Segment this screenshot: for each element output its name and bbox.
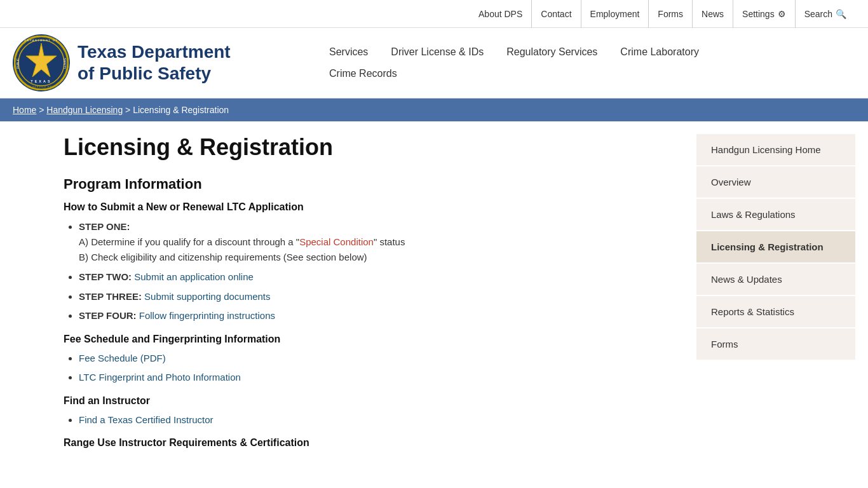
submit-application-link[interactable]: Submit an application online bbox=[134, 271, 254, 282]
list-item: STEP FOUR: Follow fingerprinting instruc… bbox=[79, 309, 671, 323]
nav-row-1: Services Driver License & IDs Regulatory… bbox=[318, 41, 710, 63]
list-item: STEP TWO: Submit an application online bbox=[79, 270, 671, 285]
sidebar-link-licensing[interactable]: Licensing & Registration bbox=[711, 241, 824, 252]
steps-list: STEP ONE: A) Determine if you qualify fo… bbox=[64, 219, 671, 323]
step-one-label: STEP ONE: bbox=[79, 221, 130, 232]
ltc-fingerprint-link[interactable]: LTC Fingerprint and Photo Information bbox=[79, 372, 241, 383]
list-item: LTC Fingerprint and Photo Information bbox=[79, 370, 671, 385]
sidebar-link-handgun-home[interactable]: Handgun Licensing Home bbox=[711, 144, 821, 155]
svg-text:SAFETY: SAFETY bbox=[63, 58, 66, 69]
breadcrumb-sep-2: > bbox=[125, 105, 133, 115]
svg-text:DEPARTMENT OF: DEPARTMENT OF bbox=[24, 39, 58, 42]
sidebar-item-overview[interactable]: Overview bbox=[696, 166, 855, 198]
org-name: Texas Department of Public Safety bbox=[78, 41, 231, 84]
sidebar-item-licensing[interactable]: Licensing & Registration bbox=[696, 231, 855, 262]
search-label: Search bbox=[804, 0, 832, 28]
svg-text:TEXAS: TEXAS bbox=[31, 79, 51, 83]
breadcrumb-sep-1: > bbox=[39, 105, 46, 115]
dps-seal-icon: TEXAS DEPARTMENT OF PUBLIC SAFETY COURTE… bbox=[14, 36, 69, 90]
main-content: Licensing & Registration Program Informa… bbox=[0, 121, 868, 468]
logo-area[interactable]: TEXAS DEPARTMENT OF PUBLIC SAFETY COURTE… bbox=[13, 34, 318, 92]
submit-documents-link[interactable]: Submit supporting documents bbox=[144, 291, 270, 302]
fee-schedule-link[interactable]: Fee Schedule (PDF) bbox=[79, 353, 166, 363]
special-condition-link[interactable]: Special Condition bbox=[299, 236, 374, 247]
sidebar-link-reports[interactable]: Reports & Statistics bbox=[711, 306, 794, 317]
sidebar-link-laws[interactable]: Laws & Regulations bbox=[711, 209, 796, 220]
nav-crime-laboratory[interactable]: Crime Laboratory bbox=[609, 41, 710, 63]
breadcrumb: Home > Handgun Licensing > Licensing & R… bbox=[0, 98, 868, 121]
sidebar-item-reports[interactable]: Reports & Statistics bbox=[696, 296, 855, 327]
list-item: STEP ONE: A) Determine if you qualify fo… bbox=[79, 219, 671, 265]
sidebar-link-news[interactable]: News & Updates bbox=[711, 274, 782, 285]
subsection3-heading: Find an Instructor bbox=[64, 395, 671, 407]
step-one-text: STEP ONE: A) Determine if you qualify fo… bbox=[79, 219, 671, 265]
about-dps-link[interactable]: About DPS bbox=[470, 0, 532, 28]
contact-link[interactable]: Contact bbox=[532, 0, 581, 28]
top-bar: About DPS Contact Employment Forms News … bbox=[0, 0, 868, 28]
page-title: Licensing & Registration bbox=[64, 134, 671, 161]
list-item: STEP THREE: Submit supporting documents bbox=[79, 290, 671, 304]
subsection2-heading: Fee Schedule and Fingerprinting Informat… bbox=[64, 334, 671, 345]
sidebar-link-forms[interactable]: Forms bbox=[711, 339, 738, 349]
instructor-list: Find a Texas Certified Instructor bbox=[64, 413, 671, 428]
gear-icon: ⚙ bbox=[778, 0, 786, 28]
section1-heading: Program Information bbox=[64, 176, 671, 193]
nav-services[interactable]: Services bbox=[318, 41, 379, 63]
svg-text:PUBLIC: PUBLIC bbox=[17, 58, 20, 69]
nav-driver-license[interactable]: Driver License & IDs bbox=[379, 41, 495, 63]
list-item: Fee Schedule (PDF) bbox=[79, 351, 671, 366]
svg-text:COURTESY SERVICE PROTECTION: COURTESY SERVICE PROTECTION bbox=[14, 86, 69, 88]
news-top-link[interactable]: News bbox=[693, 0, 733, 28]
breadcrumb-handgun[interactable]: Handgun Licensing bbox=[46, 105, 123, 115]
nav-row-2: Crime Records bbox=[318, 63, 710, 85]
nav-regulatory-services[interactable]: Regulatory Services bbox=[495, 41, 609, 63]
settings-label: Settings bbox=[742, 0, 775, 28]
breadcrumb-home[interactable]: Home bbox=[13, 105, 36, 115]
settings-link[interactable]: Settings ⚙ bbox=[733, 0, 796, 28]
sidebar-item-handgun-home[interactable]: Handgun Licensing Home bbox=[696, 134, 855, 165]
sidebar: Handgun Licensing Home Overview Laws & R… bbox=[696, 134, 855, 455]
main-nav: Services Driver License & IDs Regulatory… bbox=[318, 41, 710, 85]
search-icon: 🔍 bbox=[836, 0, 846, 28]
header: TEXAS DEPARTMENT OF PUBLIC SAFETY COURTE… bbox=[0, 28, 868, 98]
sidebar-item-laws[interactable]: Laws & Regulations bbox=[696, 199, 855, 230]
subsection1-heading: How to Submit a New or Renewal LTC Appli… bbox=[64, 201, 671, 213]
list-item: Find a Texas Certified Instructor bbox=[79, 413, 671, 428]
forms-top-link[interactable]: Forms bbox=[649, 0, 693, 28]
page-content: Licensing & Registration Program Informa… bbox=[64, 134, 671, 455]
sidebar-link-overview[interactable]: Overview bbox=[711, 177, 751, 187]
sidebar-item-forms[interactable]: Forms bbox=[696, 329, 855, 360]
nav-crime-records[interactable]: Crime Records bbox=[318, 63, 409, 85]
fee-list: Fee Schedule (PDF) LTC Fingerprint and P… bbox=[64, 351, 671, 385]
sidebar-item-news[interactable]: News & Updates bbox=[696, 264, 855, 295]
search-link[interactable]: Search 🔍 bbox=[796, 0, 855, 28]
breadcrumb-current: Licensing & Registration bbox=[133, 105, 229, 115]
fingerprinting-link[interactable]: Follow fingerprinting instructions bbox=[139, 310, 275, 321]
subsection4-heading: Range Use Instructor Requirements & Cert… bbox=[64, 437, 671, 449]
employment-link[interactable]: Employment bbox=[581, 0, 649, 28]
logo-circle: TEXAS DEPARTMENT OF PUBLIC SAFETY COURTE… bbox=[13, 34, 70, 92]
find-instructor-link[interactable]: Find a Texas Certified Instructor bbox=[79, 414, 213, 425]
